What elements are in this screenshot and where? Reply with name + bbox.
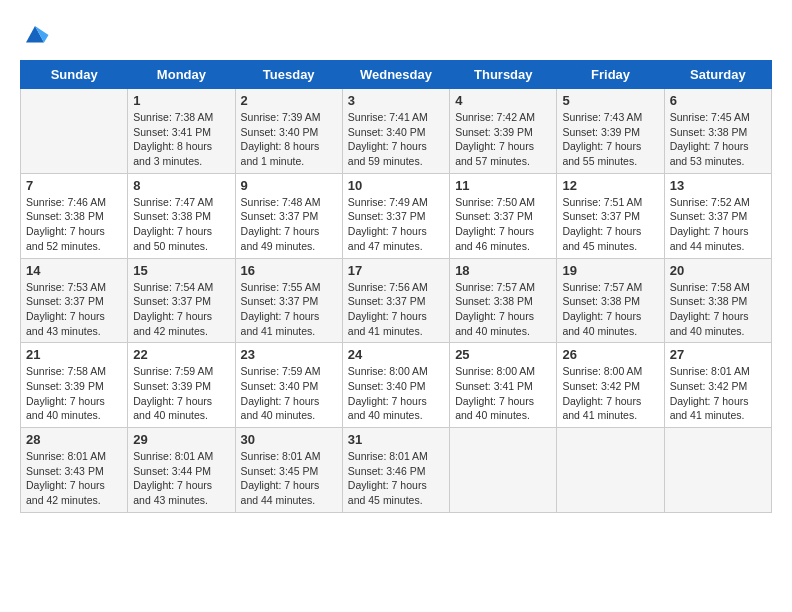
cell-content: Sunrise: 8:01 AM Sunset: 3:43 PM Dayligh… <box>26 449 122 508</box>
calendar-week-5: 28Sunrise: 8:01 AM Sunset: 3:43 PM Dayli… <box>21 428 772 513</box>
cell-content: Sunrise: 7:47 AM Sunset: 3:38 PM Dayligh… <box>133 195 229 254</box>
cell-content: Sunrise: 7:57 AM Sunset: 3:38 PM Dayligh… <box>455 280 551 339</box>
calendar-cell: 4Sunrise: 7:42 AM Sunset: 3:39 PM Daylig… <box>450 89 557 174</box>
day-number: 23 <box>241 347 337 362</box>
calendar-cell: 31Sunrise: 8:01 AM Sunset: 3:46 PM Dayli… <box>342 428 449 513</box>
day-number: 11 <box>455 178 551 193</box>
day-number: 14 <box>26 263 122 278</box>
day-header-monday: Monday <box>128 61 235 89</box>
calendar-cell: 16Sunrise: 7:55 AM Sunset: 3:37 PM Dayli… <box>235 258 342 343</box>
day-number: 31 <box>348 432 444 447</box>
calendar-cell: 24Sunrise: 8:00 AM Sunset: 3:40 PM Dayli… <box>342 343 449 428</box>
day-number: 21 <box>26 347 122 362</box>
cell-content: Sunrise: 8:00 AM Sunset: 3:40 PM Dayligh… <box>348 364 444 423</box>
cell-content: Sunrise: 7:54 AM Sunset: 3:37 PM Dayligh… <box>133 280 229 339</box>
day-number: 1 <box>133 93 229 108</box>
cell-content: Sunrise: 7:59 AM Sunset: 3:40 PM Dayligh… <box>241 364 337 423</box>
calendar-cell: 21Sunrise: 7:58 AM Sunset: 3:39 PM Dayli… <box>21 343 128 428</box>
cell-content: Sunrise: 7:38 AM Sunset: 3:41 PM Dayligh… <box>133 110 229 169</box>
cell-content: Sunrise: 7:39 AM Sunset: 3:40 PM Dayligh… <box>241 110 337 169</box>
day-number: 10 <box>348 178 444 193</box>
calendar-cell: 27Sunrise: 8:01 AM Sunset: 3:42 PM Dayli… <box>664 343 771 428</box>
cell-content: Sunrise: 8:01 AM Sunset: 3:46 PM Dayligh… <box>348 449 444 508</box>
day-number: 6 <box>670 93 766 108</box>
calendar-week-3: 14Sunrise: 7:53 AM Sunset: 3:37 PM Dayli… <box>21 258 772 343</box>
calendar-week-4: 21Sunrise: 7:58 AM Sunset: 3:39 PM Dayli… <box>21 343 772 428</box>
calendar-cell: 28Sunrise: 8:01 AM Sunset: 3:43 PM Dayli… <box>21 428 128 513</box>
logo <box>20 20 54 50</box>
day-number: 24 <box>348 347 444 362</box>
day-number: 4 <box>455 93 551 108</box>
day-number: 22 <box>133 347 229 362</box>
calendar-cell: 15Sunrise: 7:54 AM Sunset: 3:37 PM Dayli… <box>128 258 235 343</box>
day-number: 5 <box>562 93 658 108</box>
calendar-cell: 3Sunrise: 7:41 AM Sunset: 3:40 PM Daylig… <box>342 89 449 174</box>
day-header-thursday: Thursday <box>450 61 557 89</box>
day-number: 30 <box>241 432 337 447</box>
calendar-week-1: 1Sunrise: 7:38 AM Sunset: 3:41 PM Daylig… <box>21 89 772 174</box>
cell-content: Sunrise: 8:01 AM Sunset: 3:44 PM Dayligh… <box>133 449 229 508</box>
cell-content: Sunrise: 8:00 AM Sunset: 3:42 PM Dayligh… <box>562 364 658 423</box>
day-number: 19 <box>562 263 658 278</box>
calendar-cell <box>664 428 771 513</box>
calendar-cell: 14Sunrise: 7:53 AM Sunset: 3:37 PM Dayli… <box>21 258 128 343</box>
calendar-cell: 12Sunrise: 7:51 AM Sunset: 3:37 PM Dayli… <box>557 173 664 258</box>
cell-content: Sunrise: 8:00 AM Sunset: 3:41 PM Dayligh… <box>455 364 551 423</box>
calendar-cell <box>557 428 664 513</box>
day-number: 12 <box>562 178 658 193</box>
cell-content: Sunrise: 7:56 AM Sunset: 3:37 PM Dayligh… <box>348 280 444 339</box>
day-number: 7 <box>26 178 122 193</box>
cell-content: Sunrise: 7:59 AM Sunset: 3:39 PM Dayligh… <box>133 364 229 423</box>
calendar-table: SundayMondayTuesdayWednesdayThursdayFrid… <box>20 60 772 513</box>
cell-content: Sunrise: 7:45 AM Sunset: 3:38 PM Dayligh… <box>670 110 766 169</box>
calendar-cell: 23Sunrise: 7:59 AM Sunset: 3:40 PM Dayli… <box>235 343 342 428</box>
calendar-cell: 6Sunrise: 7:45 AM Sunset: 3:38 PM Daylig… <box>664 89 771 174</box>
cell-content: Sunrise: 7:48 AM Sunset: 3:37 PM Dayligh… <box>241 195 337 254</box>
day-number: 18 <box>455 263 551 278</box>
cell-content: Sunrise: 8:01 AM Sunset: 3:42 PM Dayligh… <box>670 364 766 423</box>
calendar-cell: 30Sunrise: 8:01 AM Sunset: 3:45 PM Dayli… <box>235 428 342 513</box>
day-number: 16 <box>241 263 337 278</box>
calendar-cell: 7Sunrise: 7:46 AM Sunset: 3:38 PM Daylig… <box>21 173 128 258</box>
day-number: 20 <box>670 263 766 278</box>
cell-content: Sunrise: 7:49 AM Sunset: 3:37 PM Dayligh… <box>348 195 444 254</box>
cell-content: Sunrise: 7:58 AM Sunset: 3:39 PM Dayligh… <box>26 364 122 423</box>
day-number: 28 <box>26 432 122 447</box>
calendar-cell: 29Sunrise: 8:01 AM Sunset: 3:44 PM Dayli… <box>128 428 235 513</box>
cell-content: Sunrise: 7:46 AM Sunset: 3:38 PM Dayligh… <box>26 195 122 254</box>
calendar-cell: 9Sunrise: 7:48 AM Sunset: 3:37 PM Daylig… <box>235 173 342 258</box>
calendar-body: 1Sunrise: 7:38 AM Sunset: 3:41 PM Daylig… <box>21 89 772 513</box>
calendar-cell: 19Sunrise: 7:57 AM Sunset: 3:38 PM Dayli… <box>557 258 664 343</box>
cell-content: Sunrise: 7:42 AM Sunset: 3:39 PM Dayligh… <box>455 110 551 169</box>
day-number: 15 <box>133 263 229 278</box>
day-number: 13 <box>670 178 766 193</box>
calendar-cell <box>21 89 128 174</box>
calendar-cell: 11Sunrise: 7:50 AM Sunset: 3:37 PM Dayli… <box>450 173 557 258</box>
day-header-saturday: Saturday <box>664 61 771 89</box>
calendar-cell: 10Sunrise: 7:49 AM Sunset: 3:37 PM Dayli… <box>342 173 449 258</box>
calendar-cell: 1Sunrise: 7:38 AM Sunset: 3:41 PM Daylig… <box>128 89 235 174</box>
day-number: 25 <box>455 347 551 362</box>
cell-content: Sunrise: 7:57 AM Sunset: 3:38 PM Dayligh… <box>562 280 658 339</box>
cell-content: Sunrise: 8:01 AM Sunset: 3:45 PM Dayligh… <box>241 449 337 508</box>
cell-content: Sunrise: 7:41 AM Sunset: 3:40 PM Dayligh… <box>348 110 444 169</box>
calendar-cell: 22Sunrise: 7:59 AM Sunset: 3:39 PM Dayli… <box>128 343 235 428</box>
calendar-header-row: SundayMondayTuesdayWednesdayThursdayFrid… <box>21 61 772 89</box>
calendar-cell: 17Sunrise: 7:56 AM Sunset: 3:37 PM Dayli… <box>342 258 449 343</box>
day-header-friday: Friday <box>557 61 664 89</box>
cell-content: Sunrise: 7:58 AM Sunset: 3:38 PM Dayligh… <box>670 280 766 339</box>
cell-content: Sunrise: 7:50 AM Sunset: 3:37 PM Dayligh… <box>455 195 551 254</box>
calendar-cell: 20Sunrise: 7:58 AM Sunset: 3:38 PM Dayli… <box>664 258 771 343</box>
day-header-tuesday: Tuesday <box>235 61 342 89</box>
cell-content: Sunrise: 7:53 AM Sunset: 3:37 PM Dayligh… <box>26 280 122 339</box>
calendar-cell: 25Sunrise: 8:00 AM Sunset: 3:41 PM Dayli… <box>450 343 557 428</box>
day-header-sunday: Sunday <box>21 61 128 89</box>
day-number: 27 <box>670 347 766 362</box>
calendar-cell: 18Sunrise: 7:57 AM Sunset: 3:38 PM Dayli… <box>450 258 557 343</box>
day-header-wednesday: Wednesday <box>342 61 449 89</box>
calendar-cell: 8Sunrise: 7:47 AM Sunset: 3:38 PM Daylig… <box>128 173 235 258</box>
calendar-cell: 26Sunrise: 8:00 AM Sunset: 3:42 PM Dayli… <box>557 343 664 428</box>
day-number: 29 <box>133 432 229 447</box>
day-number: 17 <box>348 263 444 278</box>
cell-content: Sunrise: 7:52 AM Sunset: 3:37 PM Dayligh… <box>670 195 766 254</box>
